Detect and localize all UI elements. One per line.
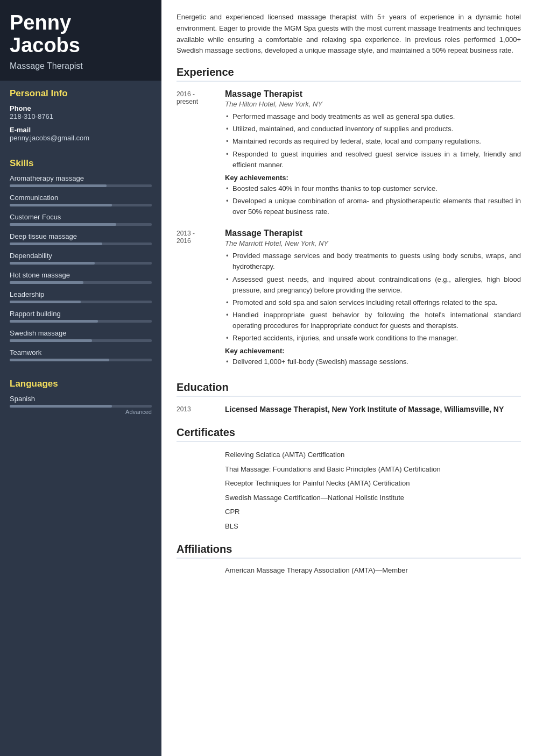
- resume-container: Penny Jacobs Massage Therapist Personal …: [0, 0, 536, 756]
- skill-item: Hot stone massage: [10, 271, 152, 284]
- achievements-list: Delivered 1,000+ full-body (Swedish) mas…: [225, 356, 521, 367]
- skill-name: Communication: [10, 194, 152, 202]
- edu-date: 2013: [177, 404, 225, 415]
- skills-title: Skills: [10, 158, 152, 169]
- cert-spacer: [177, 464, 225, 475]
- skill-item: Dependability: [10, 252, 152, 265]
- achievements-list: Boosted sales 40% in four months thanks …: [225, 183, 521, 217]
- experience-section: Experience 2016 -present Massage Therapi…: [177, 66, 521, 369]
- languages-title: Languages: [10, 379, 152, 389]
- exp-date: 2016 -present: [177, 89, 225, 219]
- achievement-item: Developed a unique combination of aroma-…: [225, 196, 521, 217]
- edu-content: Licensed Massage Therapist, New York Ins…: [225, 404, 521, 415]
- skill-item: Swedish massage: [10, 329, 152, 342]
- cert-text: BLS: [225, 521, 238, 532]
- cert-spacer: [177, 521, 225, 532]
- skill-name: Aromatherapy massage: [10, 174, 152, 182]
- education-title: Education: [177, 381, 521, 397]
- skill-bar: [10, 262, 152, 265]
- skill-item: Rapport building: [10, 310, 152, 323]
- sidebar: Penny Jacobs Massage Therapist Personal …: [0, 0, 161, 756]
- cert-spacer: [177, 493, 225, 503]
- phone-item: Phone 218-310-8761: [10, 104, 152, 120]
- skill-bar: [10, 281, 152, 284]
- skill-name: Leadership: [10, 290, 152, 298]
- bullet-item: Maintained records as required by federa…: [225, 136, 521, 147]
- achievement-item: Delivered 1,000+ full-body (Swedish) mas…: [225, 356, 521, 367]
- language-bar: [10, 405, 152, 408]
- skill-bar: [10, 339, 152, 342]
- skill-name: Teamwork: [10, 348, 152, 356]
- cert-text: Relieving Sciatica (AMTA) Certification: [225, 450, 344, 460]
- skill-name: Rapport building: [10, 310, 152, 318]
- experience-title: Experience: [177, 66, 521, 82]
- email-value: penny.jacobs@gmail.com: [10, 134, 152, 142]
- affil-text: American Massage Therapy Association (AM…: [225, 566, 408, 574]
- personal-info-title: Personal Info: [10, 88, 152, 99]
- skill-bar-fill: [10, 301, 81, 303]
- exp-content: Massage Therapist The Hilton Hotel, New …: [225, 89, 521, 219]
- bullet-item: Promoted and sold spa and salon services…: [225, 297, 521, 308]
- exp-bullets: Provided massage services and body treat…: [225, 251, 521, 344]
- cert-text: CPR: [225, 507, 239, 517]
- skill-name: Dependability: [10, 252, 152, 260]
- language-bar-fill: [10, 405, 112, 408]
- skill-item: Communication: [10, 194, 152, 206]
- sidebar-header: Penny Jacobs Massage Therapist: [0, 0, 161, 81]
- name-line2: Jacobs: [10, 34, 80, 56]
- achievements-label: Key achievements:: [225, 174, 521, 182]
- certificate-entry: Receptor Techniques for Painful Necks (A…: [177, 478, 521, 489]
- experience-entry: 2013 -2016 Massage Therapist The Marriot…: [177, 229, 521, 369]
- affiliation-entry: American Massage Therapy Association (AM…: [177, 566, 521, 574]
- certificates-section: Certificates Relieving Sciatica (AMTA) C…: [177, 426, 521, 531]
- candidate-name: Penny Jacobs: [10, 12, 152, 57]
- skill-bar: [10, 301, 152, 303]
- cert-text: Thai Massage: Foundations and Basic Prin…: [225, 464, 441, 475]
- skills-list: Aromatherapy massage Communication Custo…: [10, 174, 152, 361]
- cert-text: Swedish Massage Certification—National H…: [225, 493, 404, 503]
- skill-bar-fill: [10, 320, 98, 323]
- skill-item: Aromatherapy massage: [10, 174, 152, 187]
- skill-name: Customer Focus: [10, 213, 152, 221]
- exp-job-title: Massage Therapist: [225, 229, 521, 238]
- certificate-entry: CPR: [177, 507, 521, 517]
- experience-list: 2016 -present Massage Therapist The Hilt…: [177, 89, 521, 369]
- skill-bar-fill: [10, 243, 102, 245]
- certificate-entry: BLS: [177, 521, 521, 532]
- cert-spacer: [177, 450, 225, 460]
- achievements-label: Key achievement:: [225, 347, 521, 355]
- skill-bar-fill: [10, 359, 109, 361]
- language-level: Advanced: [10, 409, 152, 415]
- cert-spacer: [177, 507, 225, 517]
- email-item: E-mail penny.jacobs@gmail.com: [10, 126, 152, 142]
- languages-list: Spanish Advanced: [10, 395, 152, 415]
- skill-bar-fill: [10, 184, 107, 187]
- name-line1: Penny: [10, 11, 71, 34]
- education-section: Education 2013 Licensed Massage Therapis…: [177, 381, 521, 415]
- skill-name: Deep tissue massage: [10, 232, 152, 240]
- certificate-entry: Thai Massage: Foundations and Basic Prin…: [177, 464, 521, 475]
- main-content: Energetic and experienced licensed massa…: [161, 0, 536, 756]
- certificates-title: Certificates: [177, 426, 521, 442]
- skill-name: Hot stone massage: [10, 271, 152, 279]
- candidate-title: Massage Therapist: [10, 61, 152, 71]
- education-entry: 2013 Licensed Massage Therapist, New Yor…: [177, 404, 521, 415]
- certificate-entry: Relieving Sciatica (AMTA) Certification: [177, 450, 521, 460]
- exp-job-title: Massage Therapist: [225, 89, 521, 99]
- exp-date: 2013 -2016: [177, 229, 225, 369]
- experience-entry: 2016 -present Massage Therapist The Hilt…: [177, 89, 521, 219]
- bullet-item: Reported accidents, injuries, and unsafe…: [225, 333, 521, 344]
- affil-spacer: [177, 566, 225, 574]
- exp-bullets: Performed massage and body treatments as…: [225, 111, 521, 170]
- language-item: Spanish Advanced: [10, 395, 152, 415]
- skill-item: Teamwork: [10, 348, 152, 361]
- skills-section: Skills Aromatherapy massage Communicatio…: [0, 151, 161, 371]
- phone-label: Phone: [10, 104, 152, 112]
- phone-value: 218-310-8761: [10, 112, 152, 120]
- skill-name: Swedish massage: [10, 329, 152, 337]
- cert-spacer: [177, 478, 225, 489]
- exp-company: The Hilton Hotel, New York, NY: [225, 100, 521, 108]
- cert-text: Receptor Techniques for Painful Necks (A…: [225, 478, 410, 489]
- bullet-item: Responded to guest inquiries and resolve…: [225, 149, 521, 170]
- bullet-item: Assessed guest needs, and inquired about…: [225, 274, 521, 296]
